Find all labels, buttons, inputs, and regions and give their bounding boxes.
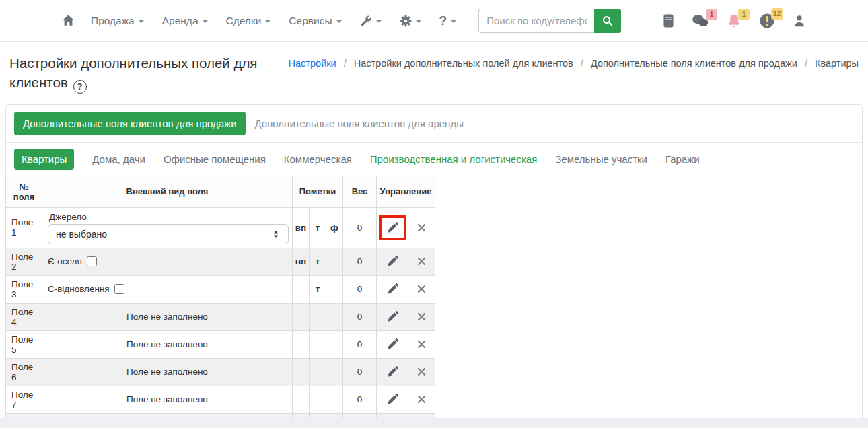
mark-f — [326, 248, 343, 275]
edit-button[interactable] — [384, 391, 402, 408]
mark-t: т — [310, 207, 326, 248]
profile-button[interactable] — [793, 14, 806, 28]
subtab-zemelnye[interactable]: Земельные участки — [555, 153, 647, 165]
home-icon — [62, 14, 75, 27]
subtab-ofisnye[interactable]: Офисные помещения — [164, 153, 266, 165]
chevron-down-icon — [139, 20, 144, 23]
field-number: Поле 3 — [6, 275, 42, 303]
breadcrumb-item: Настройки дополнительных полей для клиен… — [354, 58, 573, 69]
notifications-button[interactable]: 1 — [727, 13, 742, 28]
subtab-kommercheskaya[interactable]: Коммерческая — [284, 153, 352, 165]
table-row: Поле 2Є-оселявпт0 — [6, 248, 435, 275]
field-checkbox-row: Є-відновлення — [48, 284, 124, 294]
search-button[interactable] — [594, 9, 621, 33]
edit-cell — [377, 248, 408, 275]
menu-label: Аренда — [162, 15, 198, 27]
subtab-proizvodstvennaya[interactable]: Производственная и логистическая — [370, 153, 537, 165]
close-icon — [417, 394, 427, 404]
wrench-icon — [360, 15, 372, 27]
messages-button[interactable]: 1 — [692, 13, 709, 28]
tab-sale-fields[interactable]: Дополнительные поля клиентов для продажи — [14, 112, 246, 135]
subtab-garazhi[interactable]: Гаражи — [665, 153, 700, 165]
search-bar — [478, 9, 621, 33]
mark-t: т — [310, 248, 326, 275]
delete-cell — [408, 248, 435, 275]
mark-vp — [293, 386, 310, 413]
tab-rent-fields[interactable]: Дополнительные поля клиентов для аренды — [246, 112, 473, 135]
delete-button[interactable] — [414, 365, 429, 379]
menu-prodazha[interactable]: Продажа — [91, 15, 144, 27]
field-empty-cell: Поле не заполнено — [42, 330, 293, 358]
close-icon — [417, 312, 427, 322]
mark-vp — [293, 358, 310, 386]
journal-button[interactable] — [663, 14, 674, 28]
settings-menu[interactable] — [400, 15, 421, 27]
breadcrumb-item: Дополнительные поля клиентов для продажи — [591, 58, 797, 69]
table-row: Поле 1Джерелоне выбрано вптф0 — [6, 207, 435, 248]
delete-button[interactable] — [414, 221, 429, 235]
mark-f: ф — [326, 207, 343, 248]
edit-button[interactable] — [384, 281, 402, 297]
field-empty-cell: Поле не заполнено — [42, 386, 293, 413]
delete-button[interactable] — [414, 337, 429, 351]
settings-card: Дополнительные поля клиентов для продажи… — [5, 104, 863, 428]
edit-button[interactable] — [384, 253, 402, 270]
mark-t — [310, 330, 326, 358]
tools-menu[interactable] — [360, 15, 382, 27]
notifications-count-badge: 1 — [738, 9, 750, 20]
field-empty-cell: Поле не заполнено — [42, 303, 293, 330]
delete-button[interactable] — [414, 282, 429, 296]
top-navbar: Продажа Аренда Сделки Сервисы — [0, 0, 868, 42]
field-empty-cell: Поле не заполнено — [42, 358, 293, 386]
table-row: Поле 5Поле не заполнено0 — [6, 330, 435, 358]
mark-vp — [293, 330, 310, 358]
help-circle-icon[interactable]: ? — [73, 80, 87, 94]
home-button[interactable] — [62, 14, 75, 27]
delete-button[interactable] — [414, 254, 429, 269]
alerts-button[interactable]: 12 — [759, 13, 775, 29]
field-checkbox[interactable] — [114, 284, 124, 294]
close-icon — [417, 284, 427, 294]
help-menu[interactable]: ? — [439, 14, 457, 27]
breadcrumb-link[interactable]: Настройки — [289, 58, 336, 69]
field-weight: 0 — [343, 248, 377, 275]
delete-button[interactable] — [414, 392, 429, 406]
field-select[interactable]: не выбрано — [48, 224, 289, 244]
menu-sdelki[interactable]: Сделки — [226, 15, 271, 27]
gear-icon — [400, 15, 412, 27]
field-weight: 0 — [343, 358, 377, 386]
search-input[interactable] — [478, 9, 594, 33]
close-icon — [417, 339, 427, 349]
table-row: Поле 7Поле не заполнено0 — [6, 386, 435, 413]
mark-f — [326, 386, 343, 413]
pencil-icon — [386, 310, 399, 323]
edit-highlight-box — [379, 215, 406, 240]
edit-button[interactable] — [384, 219, 402, 236]
edit-button[interactable] — [384, 363, 402, 380]
subtab-kvartiry[interactable]: Квартиры — [14, 149, 74, 170]
chevron-down-icon — [451, 20, 456, 23]
header-appearance: Внешний вид поля — [42, 176, 293, 207]
mark-vp: вп — [293, 207, 310, 248]
subtab-doma-dachi[interactable]: Дома, дачи — [92, 153, 145, 165]
field-checkbox[interactable] — [87, 256, 97, 266]
field-number: Поле 2 — [6, 248, 42, 275]
header-marks: Пометки — [293, 176, 343, 207]
table-row: Поле 3Є-відновленнят0 — [6, 275, 435, 303]
menu-arenda[interactable]: Аренда — [162, 15, 208, 27]
breadcrumb-separator: / — [805, 58, 807, 69]
mark-f — [326, 330, 343, 358]
field-label: Є-оселя — [48, 256, 82, 266]
fields-table: № поля Внешний вид поля Пометки Вес Упра… — [5, 176, 435, 428]
chevron-down-icon — [203, 20, 208, 23]
field-number: Поле 1 — [6, 207, 42, 248]
menu-servisy[interactable]: Сервисы — [289, 15, 341, 27]
delete-button[interactable] — [414, 310, 429, 324]
select-value: не выбрано — [56, 229, 107, 240]
field-label: Є-відновлення — [48, 284, 110, 294]
edit-button[interactable] — [384, 336, 402, 353]
pencil-icon — [386, 365, 399, 378]
page-title-text: Настройки дополнительных полей для клиен… — [9, 55, 257, 90]
table-row: Поле 4Поле не заполнено0 — [6, 303, 435, 330]
edit-button[interactable] — [384, 308, 402, 325]
